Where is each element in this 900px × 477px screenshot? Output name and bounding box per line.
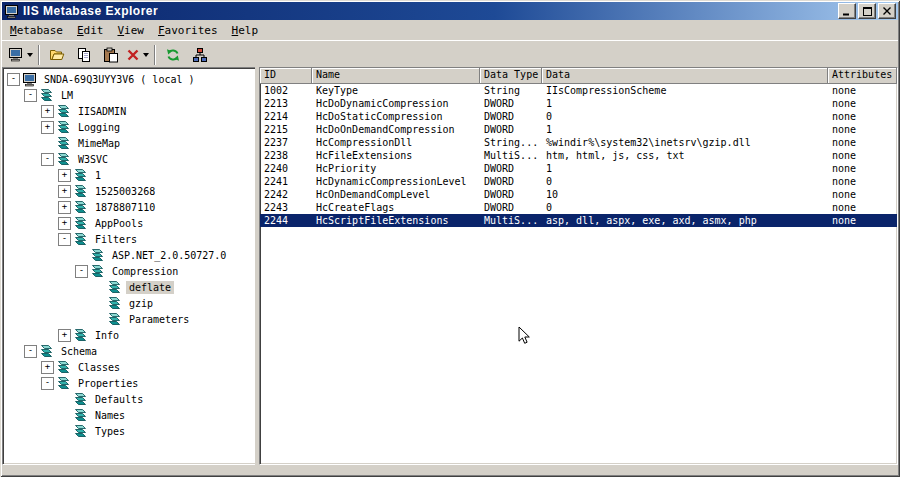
- list-cell: 10: [542, 188, 828, 201]
- menu-item-help[interactable]: Help: [225, 22, 266, 39]
- list-cell: HcFileExtensions: [312, 149, 480, 162]
- tree-item-gzip[interactable]: gzip: [5, 295, 258, 311]
- list-cell: HcCreateFlags: [312, 201, 480, 214]
- key-icon: [56, 104, 72, 119]
- list-row-2244[interactable]: 2244HcScriptFileExtensionsMultiS...asp, …: [260, 214, 897, 227]
- list-cell: 1: [542, 162, 828, 175]
- tree-item-mimemap[interactable]: MimeMap: [5, 135, 258, 151]
- tree-item-asp-net-2-0-50727-0[interactable]: ASP.NET_2.0.50727.0: [5, 247, 258, 263]
- toolbar-separator: [154, 45, 156, 65]
- list-row-2237[interactable]: 2237HcCompressionDllString...%windir%\sy…: [260, 136, 897, 149]
- tree-item-classes[interactable]: +Classes: [5, 359, 258, 375]
- tree-label: Types: [92, 425, 128, 438]
- tree-item-parameters[interactable]: Parameters: [5, 311, 258, 327]
- list-row-2214[interactable]: 2214HcDoStaticCompressionDWORD0none: [260, 110, 897, 123]
- expand-toggle[interactable]: +: [58, 169, 71, 182]
- column-header-attributes[interactable]: Attributes: [828, 68, 897, 84]
- collapse-toggle[interactable]: -: [41, 153, 54, 166]
- column-header-name[interactable]: Name: [312, 68, 480, 84]
- list-row-2213[interactable]: 2213HcDoDynamicCompressionDWORD1none: [260, 97, 897, 110]
- dropdown-caret-icon[interactable]: [27, 53, 33, 57]
- tree-item-properties[interactable]: -Properties: [5, 375, 258, 391]
- tree-expand-slot: -: [5, 73, 22, 86]
- tree-item-deflate[interactable]: deflate: [5, 279, 258, 295]
- tree-expand-slot: +: [39, 121, 56, 134]
- list-row-2241[interactable]: 2241HcDynamicCompressionLevelDWORD0none: [260, 175, 897, 188]
- tree-item-1[interactable]: +1: [5, 167, 258, 183]
- list-cell: String...: [480, 136, 542, 149]
- tree-label: Properties: [75, 377, 141, 390]
- menu-item-favorites[interactable]: Favorites: [151, 22, 225, 39]
- collapse-toggle[interactable]: -: [41, 377, 54, 390]
- expand-toggle[interactable]: +: [41, 105, 54, 118]
- app-icon: [4, 3, 20, 19]
- list-row-2242[interactable]: 2242HcOnDemandCompLevelDWORD10none: [260, 188, 897, 201]
- tree-item-filters[interactable]: -Filters: [5, 231, 258, 247]
- tree-expand-slot: +: [39, 361, 56, 374]
- delete-button[interactable]: [124, 44, 151, 66]
- open-key-button[interactable]: [43, 44, 70, 66]
- close-button[interactable]: [878, 3, 896, 19]
- minimize-button[interactable]: [838, 3, 856, 19]
- tree-item-defaults[interactable]: Defaults: [5, 391, 258, 407]
- list-panel[interactable]: IDNameData TypeDataAttributes 1002KeyTyp…: [259, 67, 898, 465]
- connect-button[interactable]: [6, 44, 35, 66]
- tree-label: IISADMIN: [75, 105, 129, 118]
- column-header-data[interactable]: Data: [542, 68, 828, 84]
- collapse-toggle[interactable]: -: [7, 73, 20, 86]
- tree-item-names[interactable]: Names: [5, 407, 258, 423]
- tree-item-1878807110[interactable]: +1878807110: [5, 199, 258, 215]
- list-cell: DWORD: [480, 110, 542, 123]
- tree-item-w3svc[interactable]: -W3SVC: [5, 151, 258, 167]
- collapse-toggle[interactable]: -: [58, 233, 71, 246]
- tree-label: ASP.NET_2.0.50727.0: [109, 249, 229, 262]
- paste-button[interactable]: [97, 44, 124, 66]
- list-row-2238[interactable]: 2238HcFileExtensionsMultiS...htm, html, …: [260, 149, 897, 162]
- tree-item-compression[interactable]: -Compression: [5, 263, 258, 279]
- list-row-1002[interactable]: 1002KeyTypeStringIIsCompressionSchemenon…: [260, 84, 897, 97]
- expand-toggle[interactable]: +: [58, 329, 71, 342]
- tree-item-lm[interactable]: -LM: [5, 87, 258, 103]
- expand-toggle[interactable]: +: [58, 201, 71, 214]
- expand-toggle[interactable]: +: [58, 185, 71, 198]
- menu-item-edit[interactable]: Edit: [70, 22, 111, 39]
- tree-item-1525003268[interactable]: +1525003268: [5, 183, 258, 199]
- tree-panel[interactable]: -SNDA-69Q3UYY3V6 ( local )-LM+IISADMIN+L…: [2, 67, 259, 465]
- tree-label: Filters: [92, 233, 140, 246]
- collapse-toggle[interactable]: -: [24, 345, 37, 358]
- expand-toggle[interactable]: +: [58, 217, 71, 230]
- expand-toggle[interactable]: +: [41, 361, 54, 374]
- refresh-button[interactable]: [159, 44, 186, 66]
- network-button[interactable]: [186, 44, 213, 66]
- tree-item-iisadmin[interactable]: +IISADMIN: [5, 103, 258, 119]
- collapse-toggle[interactable]: -: [75, 265, 88, 278]
- list-cell: HcDynamicCompressionLevel: [312, 175, 480, 188]
- tree-label: 1878807110: [92, 201, 158, 214]
- menu-item-metabase[interactable]: Metabase: [3, 22, 70, 39]
- menu-item-view[interactable]: View: [110, 22, 151, 39]
- key-icon: [73, 216, 89, 231]
- key-icon: [73, 200, 89, 215]
- dropdown-caret-icon[interactable]: [143, 53, 149, 57]
- tree-item-apppools[interactable]: +AppPools: [5, 215, 258, 231]
- title-bar[interactable]: IIS Metabase Explorer: [2, 2, 898, 20]
- collapse-toggle[interactable]: -: [24, 89, 37, 102]
- list-row-2215[interactable]: 2215HcDoOnDemandCompressionDWORD1none: [260, 123, 897, 136]
- key-icon: [73, 424, 89, 439]
- tree-item-logging[interactable]: +Logging: [5, 119, 258, 135]
- status-bar: [2, 465, 898, 475]
- list-cell: 1002: [260, 84, 312, 97]
- maximize-button[interactable]: [858, 3, 876, 19]
- tree-expand-slot: -: [39, 153, 56, 166]
- expand-toggle[interactable]: +: [41, 121, 54, 134]
- column-header-data-type[interactable]: Data Type: [480, 68, 542, 84]
- list-row-2240[interactable]: 2240HcPriorityDWORD1none: [260, 162, 897, 175]
- tree-item-schema[interactable]: -Schema: [5, 343, 258, 359]
- tree-item-snda-69q3uyy3v6-local[interactable]: -SNDA-69Q3UYY3V6 ( local ): [5, 71, 258, 87]
- tree-item-info[interactable]: +Info: [5, 327, 258, 343]
- tree-expand-slot: +: [56, 185, 73, 198]
- column-header-id[interactable]: ID: [260, 68, 312, 84]
- tree-item-types[interactable]: Types: [5, 423, 258, 439]
- copy-button[interactable]: [70, 44, 97, 66]
- list-row-2243[interactable]: 2243HcCreateFlagsDWORD0none: [260, 201, 897, 214]
